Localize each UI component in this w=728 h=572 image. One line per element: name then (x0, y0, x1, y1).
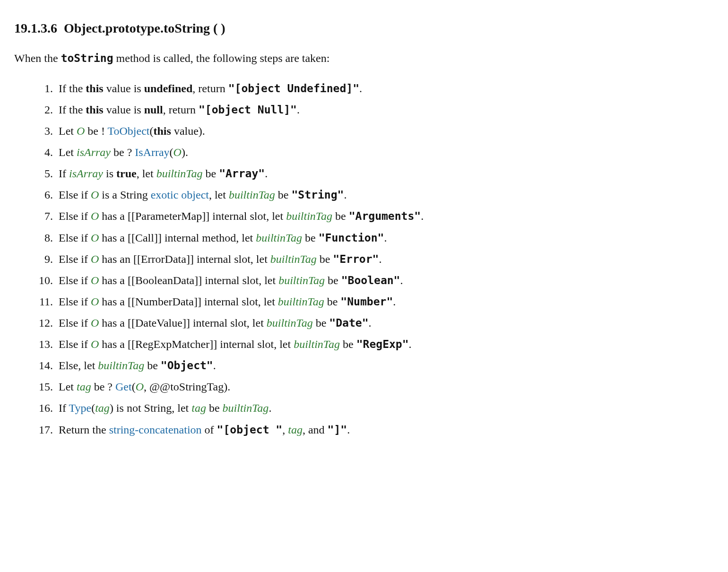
var-builtintag: builtinTag (278, 274, 325, 286)
var-O: O (91, 232, 99, 244)
intro-text-1: When the (14, 52, 61, 64)
string-concatenation-link[interactable]: string-concatenation (109, 424, 202, 436)
step-9: Else if O has an [[ErrorData]] internal … (56, 249, 714, 270)
step-8: Else if O has a [[Call]] internal method… (56, 227, 714, 249)
tag-value: "Error" (333, 253, 379, 265)
section-heading: 19.1.3.6Object.prototype.toString ( ) (14, 19, 714, 37)
string-literal: "[object " (217, 424, 283, 436)
step-14: Else, let builtinTag be "Object". (56, 355, 714, 376)
this-keyword: this (86, 104, 103, 116)
var-O: O (77, 125, 85, 137)
step-13: Else if O has a [[RegExpMatcher]] intern… (56, 334, 714, 355)
var-O: O (91, 274, 99, 286)
var-builtintag: builtinTag (223, 402, 269, 414)
var-builtintag: builtinTag (286, 210, 332, 222)
tag-value: "RegExp" (356, 338, 409, 350)
type-link[interactable]: Type (69, 402, 92, 414)
var-builtintag: builtinTag (229, 189, 275, 201)
step-10: Else if O has a [[BooleanData]] internal… (56, 270, 714, 291)
tag-value: "Array" (219, 167, 265, 180)
this-keyword: this (86, 82, 103, 95)
exotic-object-link[interactable]: exotic object (151, 189, 209, 201)
var-O: O (136, 381, 144, 393)
true-keyword: true (116, 167, 137, 180)
intro-method: toString (61, 52, 113, 64)
step-17: Return the string-concatenation of "[obj… (56, 419, 714, 441)
var-O: O (91, 253, 99, 265)
var-O: O (91, 317, 99, 329)
step-7: Else if O has a [[ParameterMap]] interna… (56, 206, 714, 227)
tag-value: "String" (291, 189, 344, 201)
intro-text-2: method is called, the following steps ar… (113, 52, 330, 64)
tag-value: "Arguments" (349, 210, 421, 222)
var-builtintag: builtinTag (256, 232, 302, 244)
toobject-link[interactable]: ToObject (108, 125, 150, 137)
step-15: Let tag be ? Get(O, @@toStringTag). (56, 376, 714, 398)
step-4: Let isArray be ? IsArray(O). (56, 142, 714, 163)
var-tag: tag (77, 381, 91, 393)
algorithm-list: If the this value is undefined, return "… (33, 78, 714, 441)
isarray-link[interactable]: IsArray (135, 146, 169, 158)
this-keyword: this (154, 125, 171, 137)
tag-value: "Function" (319, 232, 384, 244)
var-builtintag: builtinTag (156, 167, 203, 180)
step-1: If the this value is undefined, return "… (56, 78, 714, 99)
var-isarray: isArray (77, 146, 111, 158)
var-tag: tag (288, 424, 303, 436)
var-builtintag: builtinTag (98, 359, 144, 372)
var-tag: tag (191, 402, 206, 414)
return-value: "[object Null]" (199, 104, 297, 116)
var-O: O (91, 295, 99, 308)
tag-value: "Date" (329, 317, 368, 329)
step-12: Else if O has a [[DateValue]] internal s… (56, 312, 714, 334)
step-2: If the this value is null, return "[obje… (56, 99, 714, 121)
var-builtintag: builtinTag (278, 295, 324, 308)
tag-value: "Object" (161, 359, 213, 372)
null-keyword: null (144, 104, 163, 116)
intro-paragraph: When the toString method is called, the … (14, 51, 714, 67)
var-isarray: isArray (69, 167, 103, 180)
return-value: "[object Undefined]" (228, 82, 359, 95)
undefined-keyword: undefined (144, 82, 193, 95)
var-builtintag: builtinTag (294, 338, 340, 350)
tag-value: "Boolean" (341, 274, 400, 286)
tag-value: "Number" (340, 295, 393, 308)
step-5: If isArray is true, let builtinTag be "A… (56, 163, 714, 184)
section-title: Object.prototype.toString ( ) (64, 21, 225, 35)
string-literal: "]" (328, 424, 347, 436)
step-3: Let O be ! ToObject(this value). (56, 121, 714, 142)
section-number: 19.1.3.6 (14, 21, 57, 35)
get-link[interactable]: Get (115, 381, 132, 393)
step-6: Else if O is a String exotic object, let… (56, 184, 714, 206)
step-11: Else if O has a [[NumberData]] internal … (56, 291, 714, 312)
step-16: If Type(tag) is not String, let tag be b… (56, 398, 714, 419)
var-tag: tag (95, 402, 110, 414)
var-builtintag: builtinTag (270, 253, 317, 265)
var-O: O (91, 210, 99, 222)
var-O: O (91, 338, 99, 350)
var-builtintag: builtinTag (267, 317, 313, 329)
var-O: O (91, 189, 99, 201)
var-O: O (173, 146, 182, 158)
